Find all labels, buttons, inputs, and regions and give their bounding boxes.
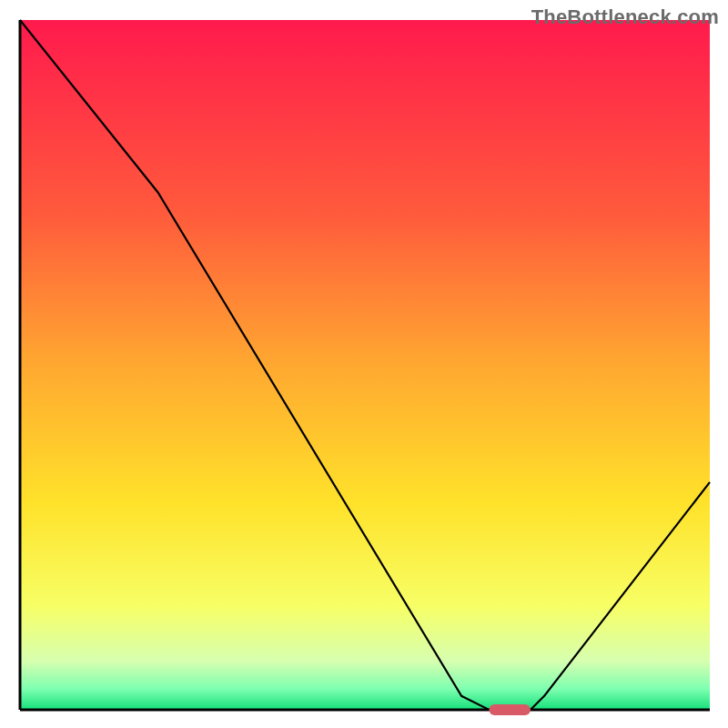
plot-background xyxy=(20,20,710,710)
watermark-text: TheBottleneck.com xyxy=(531,5,719,29)
bottleneck-chart: TheBottleneck.com xyxy=(0,0,728,728)
chart-canvas xyxy=(0,0,728,728)
optimum-marker xyxy=(489,704,530,715)
